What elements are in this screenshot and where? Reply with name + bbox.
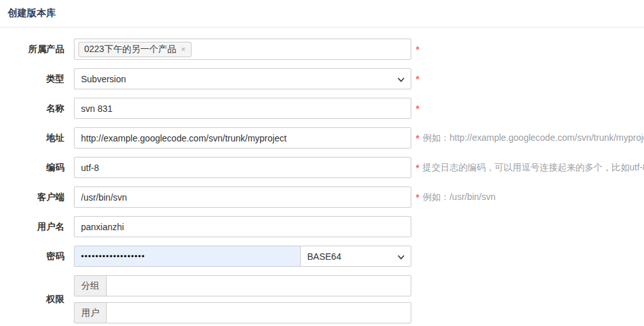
password-encrypt-value: BASE64 <box>307 251 341 262</box>
required-asterisk: * <box>416 104 419 114</box>
form-row-type: 类型 Subversion * <box>0 68 644 89</box>
acl-group-input[interactable] <box>106 275 411 296</box>
required-asterisk: * <box>416 44 419 55</box>
password-label: 密码 <box>0 246 64 267</box>
form-row-encoding: 编码 * 提交日志的编码，可以用逗号连接起来的多个，比如utf-8。 <box>0 157 644 178</box>
required-asterisk: * <box>416 133 419 143</box>
form-row-password: 密码 BASE64 <box>0 246 644 267</box>
username-label: 用户名 <box>0 216 64 237</box>
chevron-down-icon <box>397 253 405 263</box>
acl-label: 权限 <box>0 294 64 305</box>
form-row-username: 用户名 <box>0 216 644 237</box>
password-input[interactable] <box>74 246 301 267</box>
client-hint: 例如：/usr/bin/svn <box>422 192 496 203</box>
form-row-acl: 权限 分组 用户 <box>0 275 644 323</box>
url-label: 地址 <box>0 127 64 149</box>
form-row-client: 客户端 * 例如：/usr/bin/svn <box>0 186 644 208</box>
product-tag-label: 0223下午的另一个产品 <box>84 44 176 55</box>
type-select[interactable]: Subversion <box>74 68 411 89</box>
client-label: 客户端 <box>0 186 64 208</box>
acl-group-addon: 分组 <box>74 275 107 296</box>
username-input[interactable] <box>74 216 411 237</box>
acl-user-addon: 用户 <box>74 302 107 323</box>
type-label: 类型 <box>0 68 64 89</box>
acl-group-input-group: 分组 <box>74 275 411 296</box>
product-label: 所属产品 <box>0 39 64 60</box>
url-hint: 例如：http://example.googlecode.com/svn/tru… <box>422 132 644 144</box>
page-title: 创建版本库 <box>8 7 56 18</box>
acl-user-input-group: 用户 <box>74 302 411 323</box>
url-input[interactable] <box>74 127 411 149</box>
encoding-hint: 提交日志的编码，可以用逗号连接起来的多个，比如utf-8。 <box>422 162 644 174</box>
required-asterisk: * <box>416 74 419 84</box>
required-asterisk: * <box>416 192 419 203</box>
form-row-product: 所属产品 0223下午的另一个产品 × * <box>0 39 644 60</box>
tag-remove-icon[interactable]: × <box>181 44 186 54</box>
form-row-name: 名称 * <box>0 98 644 119</box>
product-multiselect[interactable]: 0223下午的另一个产品 × <box>74 39 411 60</box>
required-asterisk: * <box>416 163 419 173</box>
name-input[interactable] <box>74 98 411 119</box>
client-input[interactable] <box>74 186 411 208</box>
panel-header: 创建版本库 <box>0 0 644 28</box>
acl-user-input[interactable] <box>106 302 411 323</box>
password-encrypt-select[interactable]: BASE64 <box>300 246 411 267</box>
chevron-down-icon <box>397 75 405 86</box>
name-label: 名称 <box>0 98 64 119</box>
form-row-url: 地址 * 例如：http://example.googlecode.com/sv… <box>0 127 644 149</box>
encoding-label: 编码 <box>0 157 64 178</box>
type-select-value: Subversion <box>81 74 126 84</box>
product-tag-chip: 0223下午的另一个产品 × <box>78 42 192 57</box>
encoding-input[interactable] <box>74 157 411 178</box>
create-repo-form: 所属产品 0223下午的另一个产品 × * 类型 Subversion <box>0 28 644 323</box>
